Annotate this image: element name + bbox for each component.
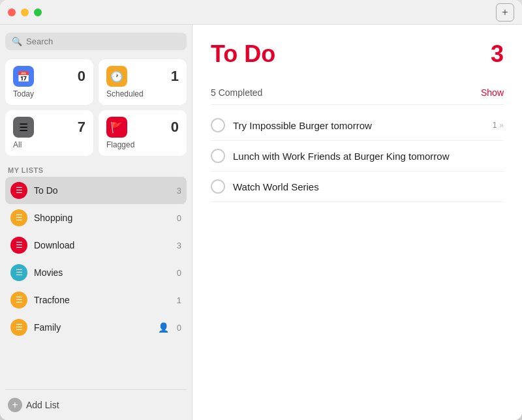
traffic-lights	[8, 8, 42, 16]
family-list-icon: ☰	[10, 319, 27, 336]
task-text: Try Impossible Burger tomorrow	[233, 120, 485, 131]
maximize-button[interactable]	[34, 8, 42, 16]
app-window: + 🔍 📅 0 Today	[0, 0, 522, 420]
download-list-icon: ☰	[10, 237, 27, 254]
task-text: Lunch with Work Friends at Burger King t…	[233, 151, 504, 162]
my-lists-header: My Lists	[5, 166, 187, 174]
all-icon: ☰	[13, 117, 34, 138]
flagged-label: Flagged	[106, 140, 179, 149]
minimize-button[interactable]	[21, 8, 29, 16]
add-list-footer[interactable]: + Add List	[5, 389, 187, 420]
flagged-count: 0	[171, 119, 179, 136]
scheduled-card[interactable]: 🕐 1 Scheduled	[99, 59, 187, 105]
sidebar: 🔍 📅 0 Today 🕐 1	[0, 25, 192, 420]
movies-list-name: Movies	[34, 267, 170, 278]
shopping-list-count: 0	[177, 213, 181, 223]
sidebar-item-todo[interactable]: ☰ To Do 3	[5, 177, 187, 204]
completed-bar: 5 Completed Show	[211, 81, 504, 105]
download-list-name: Download	[34, 240, 170, 250]
close-button[interactable]	[8, 8, 16, 16]
page-title: To Do	[211, 40, 275, 68]
sidebar-item-family[interactable]: ☰ Family 👤 0	[5, 314, 187, 341]
today-card[interactable]: 📅 0 Today	[5, 59, 93, 105]
download-list-count: 3	[177, 241, 181, 250]
movies-list-count: 0	[177, 268, 181, 278]
add-list-label: Add List	[26, 400, 59, 410]
task-count: 3	[491, 40, 504, 68]
scheduled-count: 1	[171, 68, 179, 85]
all-card[interactable]: ☰ 7 All	[5, 110, 93, 156]
shopping-list-icon: ☰	[10, 209, 27, 226]
tracfone-list-icon: ☰	[10, 292, 27, 308]
today-count: 0	[78, 68, 85, 85]
sidebar-item-download[interactable]: ☰ Download 3	[5, 232, 187, 259]
task-checkbox[interactable]	[211, 118, 225, 132]
search-input[interactable]	[26, 37, 180, 46]
search-icon: 🔍	[12, 37, 22, 46]
show-completed-button[interactable]: Show	[481, 87, 504, 98]
scheduled-label: Scheduled	[106, 89, 179, 98]
all-count: 7	[78, 119, 85, 136]
today-label: Today	[13, 89, 85, 98]
titlebar: +	[0, 0, 522, 25]
flagged-icon: 🚩	[106, 117, 127, 138]
todo-list-count: 3	[177, 186, 181, 196]
todo-list-name: To Do	[34, 185, 170, 196]
tracfone-list-name: Tracfone	[34, 295, 170, 305]
todo-list-icon: ☰	[10, 182, 27, 199]
task-checkbox[interactable]	[211, 179, 225, 194]
chevron-right-icon: »	[499, 121, 504, 130]
lists-container: ☰ To Do 3 ☰ Shopping 0 ☰ Download 3	[5, 177, 187, 389]
add-list-icon: +	[8, 398, 22, 412]
add-reminder-button[interactable]: +	[496, 3, 514, 22]
main-header: To Do 3	[211, 40, 504, 68]
sidebar-item-movies[interactable]: ☰ Movies 0	[5, 259, 187, 286]
task-text: Watch World Series	[233, 181, 504, 192]
sidebar-item-tracfone[interactable]: ☰ Tracfone 1	[5, 286, 187, 314]
task-checkbox[interactable]	[211, 149, 225, 163]
task-row[interactable]: Lunch with Work Friends at Burger King t…	[211, 141, 504, 172]
task-row[interactable]: Try Impossible Burger tomorrow 1 »	[211, 110, 504, 141]
task-badge: 1 »	[493, 121, 504, 130]
family-list-count: 0	[177, 323, 181, 333]
sidebar-item-shopping[interactable]: ☰ Shopping 0	[5, 204, 187, 232]
tracfone-list-count: 1	[177, 295, 181, 305]
completed-text: 5 Completed	[211, 87, 262, 98]
main-content: To Do 3 5 Completed Show Try Impossible …	[192, 25, 522, 420]
today-icon: 📅	[13, 66, 34, 87]
content-area: 🔍 📅 0 Today 🕐 1	[0, 25, 522, 420]
scheduled-icon: 🕐	[106, 66, 127, 87]
search-bar[interactable]: 🔍	[5, 33, 187, 50]
family-list-name: Family	[34, 322, 151, 333]
flagged-card[interactable]: 🚩 0 Flagged	[99, 110, 187, 156]
all-label: All	[13, 140, 85, 149]
smart-lists-grid: 📅 0 Today 🕐 1 Scheduled ☰	[5, 59, 187, 156]
movies-list-icon: ☰	[10, 264, 27, 281]
family-shared-icon: 👤	[158, 322, 169, 333]
shopping-list-name: Shopping	[34, 213, 170, 223]
task-row[interactable]: Watch World Series	[211, 172, 504, 202]
